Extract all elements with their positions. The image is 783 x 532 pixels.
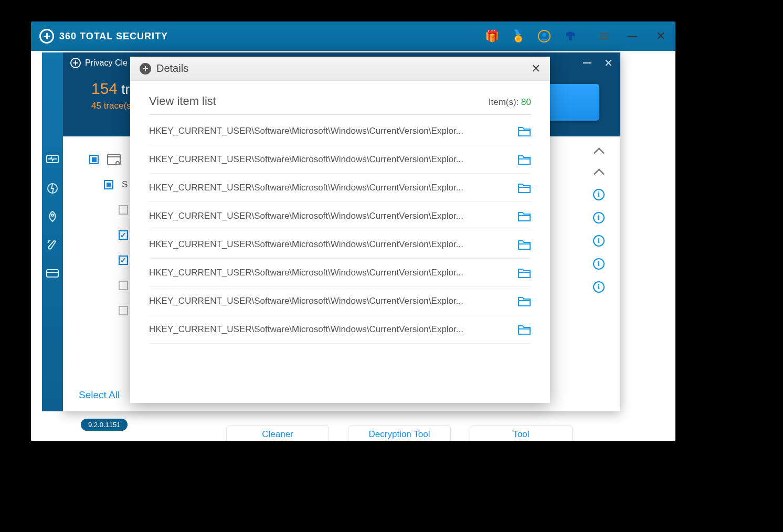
- checkbox-partial[interactable]: [104, 180, 113, 189]
- tool-button[interactable]: Tool: [470, 425, 573, 441]
- registry-path: HKEY_CURRENT_USER\Software\Microsoft\Win…: [149, 239, 463, 250]
- registry-path: HKEY_CURRENT_USER\Software\Microsoft\Win…: [149, 183, 463, 193]
- privacy-sidebar: [42, 52, 63, 411]
- folder-icon[interactable]: [517, 324, 531, 335]
- plus-circle-icon: [70, 58, 81, 68]
- registry-path: HKEY_CURRENT_USER\Software\Microsoft\Win…: [149, 126, 463, 136]
- registry-path: HKEY_CURRENT_USER\Software\Microsoft\Win…: [149, 324, 463, 335]
- minimize-icon[interactable]: [626, 30, 639, 42]
- registry-item-row[interactable]: HKEY_CURRENT_USER\Software\Microsoft\Win…: [149, 287, 531, 315]
- registry-path: HKEY_CURRENT_USER\Software\Microsoft\Win…: [149, 211, 463, 221]
- checkbox-empty[interactable]: [119, 281, 128, 290]
- details-title: Details: [156, 62, 188, 75]
- details-subhead: View item list Item(s): 80: [149, 94, 531, 115]
- app-name: 360 TOTAL SECURITY: [59, 31, 168, 42]
- folder-icon[interactable]: [517, 295, 531, 307]
- svg-rect-5: [47, 270, 58, 277]
- svg-rect-6: [108, 154, 120, 165]
- registry-item-row[interactable]: HKEY_CURRENT_USER\Software\Microsoft\Win…: [149, 259, 531, 287]
- monitor-icon[interactable]: [45, 152, 60, 168]
- cleaner-button[interactable]: Cleaner: [226, 425, 329, 441]
- decryption-tool-button[interactable]: Decryption Tool: [348, 425, 451, 441]
- plus-circle-icon: [140, 63, 151, 75]
- wallet-icon[interactable]: [45, 265, 60, 281]
- folder-icon[interactable]: [517, 154, 531, 165]
- privacy-title-text: Privacy Cle: [85, 58, 128, 68]
- close-icon[interactable]: ✕: [654, 30, 667, 42]
- app-logo: 360 TOTAL SECURITY: [39, 29, 168, 44]
- checkbox-checked[interactable]: [119, 230, 128, 240]
- details-modal: Details ✕ View item list Item(s): 80 HKE…: [130, 57, 550, 403]
- tool-buttons-row: Cleaner Decryption Tool Tool: [226, 425, 573, 441]
- checkbox-empty[interactable]: [119, 306, 128, 315]
- browser-icon: [107, 154, 121, 165]
- details-titlebar: Details ✕: [130, 57, 550, 81]
- checkbox-partial[interactable]: [89, 155, 99, 164]
- theme-icon[interactable]: [564, 30, 577, 42]
- folder-icon[interactable]: [517, 182, 531, 194]
- folder-icon[interactable]: [517, 210, 531, 222]
- select-all-link[interactable]: Select All: [79, 389, 120, 401]
- traces-sublabel: trace(s): [104, 101, 134, 111]
- minimize-icon[interactable]: [583, 62, 591, 63]
- registry-item-row[interactable]: HKEY_CURRENT_USER\Software\Microsoft\Win…: [149, 315, 531, 344]
- titlebar-actions: 🎁 🏅 ✕: [485, 30, 667, 42]
- details-subtitle: View item list: [149, 94, 216, 108]
- registry-item-row[interactable]: HKEY_CURRENT_USER\Software\Microsoft\Win…: [149, 117, 531, 145]
- folder-icon[interactable]: [517, 267, 531, 279]
- details-body: View item list Item(s): 80 HKEY_CURRENT_…: [130, 81, 550, 344]
- checkbox-checked[interactable]: [119, 256, 128, 265]
- folder-icon[interactable]: [517, 239, 531, 250]
- close-icon[interactable]: ✕: [604, 57, 613, 69]
- medal-icon[interactable]: 🏅: [512, 30, 524, 42]
- privacy-title: Privacy Cle: [70, 58, 128, 68]
- info-icon[interactable]: [593, 212, 605, 224]
- rocket-icon[interactable]: [45, 209, 60, 225]
- item-list: HKEY_CURRENT_USER\Software\Microsoft\Win…: [149, 117, 531, 344]
- svg-point-1: [542, 33, 546, 37]
- info-icon[interactable]: [593, 189, 605, 200]
- items-count-value: 80: [521, 97, 531, 107]
- main-titlebar: 360 TOTAL SECURITY 🎁 🏅 ✕: [31, 22, 675, 51]
- items-label: Item(s):: [489, 97, 519, 107]
- checkbox-empty[interactable]: [119, 205, 128, 215]
- chevron-up-icon[interactable]: [594, 147, 604, 156]
- items-count: Item(s): 80: [489, 97, 531, 108]
- registry-path: HKEY_CURRENT_USER\Software\Microsoft\Win…: [149, 296, 463, 306]
- traces-subcount: 45: [91, 101, 101, 111]
- plus-circle-icon: [39, 29, 54, 44]
- info-icon[interactable]: [593, 281, 605, 293]
- avatar-icon[interactable]: [538, 30, 551, 42]
- registry-item-row[interactable]: HKEY_CURRENT_USER\Software\Microsoft\Win…: [149, 202, 531, 230]
- gift-icon[interactable]: 🎁: [485, 30, 498, 42]
- info-icon[interactable]: [593, 235, 605, 247]
- registry-item-row[interactable]: HKEY_CURRENT_USER\Software\Microsoft\Win…: [149, 230, 531, 259]
- registry-item-row[interactable]: HKEY_CURRENT_USER\Software\Microsoft\Win…: [149, 145, 531, 174]
- svg-point-7: [116, 162, 119, 165]
- svg-point-4: [51, 214, 54, 216]
- close-icon[interactable]: ✕: [531, 62, 541, 76]
- traces-count: 154: [91, 80, 118, 97]
- registry-item-row[interactable]: HKEY_CURRENT_USER\Software\Microsoft\Win…: [149, 174, 531, 202]
- info-icon[interactable]: [593, 258, 605, 270]
- privacy-window-controls: ✕: [583, 57, 613, 69]
- brush-icon[interactable]: [45, 237, 60, 253]
- power-icon[interactable]: [45, 180, 60, 196]
- menu-icon[interactable]: [598, 30, 610, 42]
- right-action-column: [593, 147, 605, 293]
- registry-path: HKEY_CURRENT_USER\Software\Microsoft\Win…: [149, 154, 463, 165]
- chevron-up-icon[interactable]: [594, 168, 604, 177]
- registry-path: HKEY_CURRENT_USER\Software\Microsoft\Win…: [149, 268, 463, 278]
- version-badge: 9.2.0.1151: [81, 419, 128, 431]
- folder-icon[interactable]: [517, 125, 531, 137]
